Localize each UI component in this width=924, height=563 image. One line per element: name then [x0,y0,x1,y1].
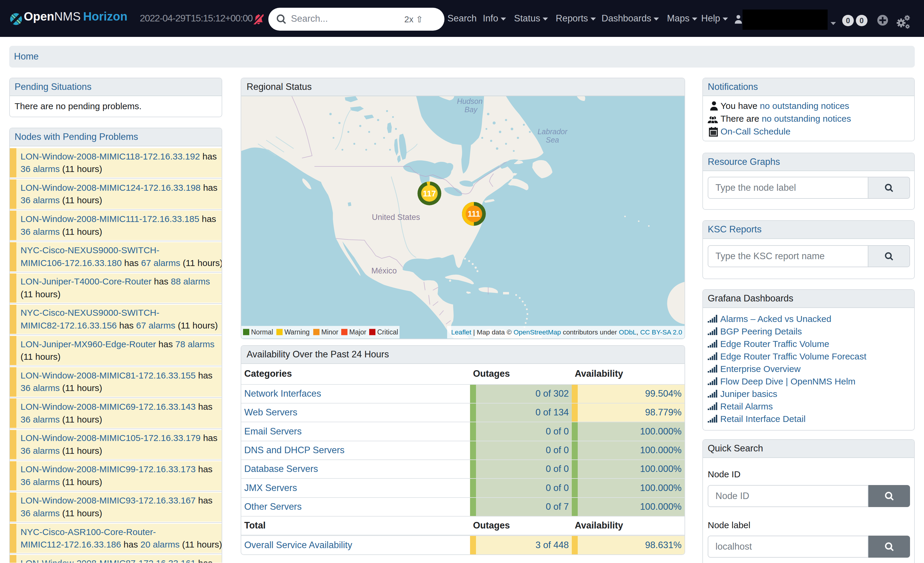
svg-text:Major: Major [349,328,366,336]
svg-text:Bay: Bay [464,106,478,114]
svg-text:United States: United States [372,213,420,222]
svg-text:Sea: Sea [546,136,559,144]
svg-text:Labrador: Labrador [537,128,568,136]
svg-text:Normal: Normal [251,328,273,336]
svg-text:Warning: Warning [284,328,310,336]
svg-text:Minor: Minor [321,328,339,336]
svg-text:117: 117 [423,189,436,198]
svg-text:Hudson: Hudson [457,97,483,106]
svg-text:111: 111 [468,210,480,219]
svg-text:Critical: Critical [377,328,398,336]
svg-text:Leaflet | Map data © OpenStree: Leaflet | Map data © OpenStreetMap contr… [451,329,682,336]
svg-text:México: México [371,267,397,276]
